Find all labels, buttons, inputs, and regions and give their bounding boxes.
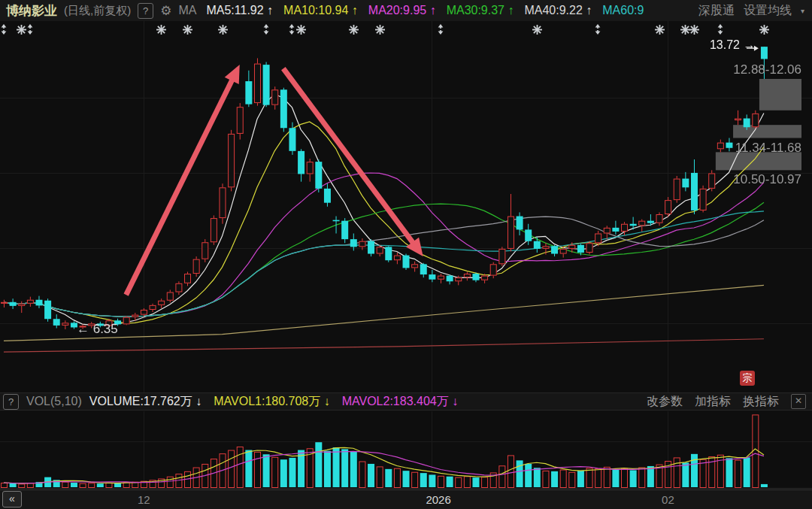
dividend-star-icon bbox=[183, 24, 192, 38]
ma-group-label: MA bbox=[178, 4, 196, 17]
volume-header-bar: ? VOL(5,10) VOLUME:17.762万 ↓MAVOL1:180.7… bbox=[0, 392, 812, 411]
ma-settings-button[interactable]: 设置均线 bbox=[744, 3, 792, 19]
updown-arrows-icon bbox=[436, 24, 445, 38]
tool-加指标[interactable]: 加指标 bbox=[695, 394, 731, 410]
stock-name: 博纳影业 bbox=[6, 2, 57, 20]
volume-legend-item: MAVOL2:183.404万 ↓ bbox=[342, 394, 458, 410]
close-indicator-icon[interactable]: ✕ bbox=[791, 394, 806, 409]
collapse-panel-button[interactable]: « bbox=[2, 491, 22, 507]
dividend-star-icon bbox=[759, 24, 769, 38]
dividend-star-icon bbox=[296, 24, 306, 38]
dividend-star-icon bbox=[156, 24, 166, 38]
dividend-star-icon bbox=[655, 24, 665, 38]
zong-event-badge[interactable]: 宗 bbox=[740, 371, 755, 386]
high-price-annotation: 13.72 → bbox=[710, 38, 755, 52]
ma-legend-item: MA30:9.37 ↑ bbox=[447, 4, 514, 17]
gap-zone-label: 10.50-10.97 bbox=[733, 172, 801, 187]
volume-canvas[interactable] bbox=[0, 411, 812, 489]
volume-legend: VOLUME:17.762万 ↓MAVOL1:180.708万 ↓MAVOL2:… bbox=[89, 394, 458, 410]
updown-arrows-icon bbox=[0, 24, 8, 38]
ma-legend-item: MA60:9 bbox=[602, 4, 644, 17]
tool-换指标[interactable]: 换指标 bbox=[743, 394, 779, 410]
updown-arrows-icon bbox=[287, 24, 296, 38]
volume-legend-item: MAVOL1:180.708万 ↓ bbox=[214, 394, 329, 410]
dividend-star-icon bbox=[375, 24, 385, 38]
axis-tick-label: 12 bbox=[138, 493, 150, 506]
ma-legend-item: MA40:9.22 ↑ bbox=[524, 4, 592, 17]
chevron-down-icon[interactable]: ▾ bbox=[801, 7, 804, 15]
axis-tick-label: 02 bbox=[662, 493, 674, 506]
help-icon[interactable]: ? bbox=[138, 3, 153, 19]
main-chart-pane[interactable] bbox=[0, 21, 812, 392]
ma-legend-item: MA20:9.95 ↑ bbox=[368, 4, 436, 17]
updown-arrows-icon bbox=[716, 24, 725, 38]
gap-zone-label: 12.88-12.06 bbox=[733, 62, 801, 77]
dividend-star-icon bbox=[349, 24, 359, 38]
updown-arrows-icon bbox=[593, 24, 602, 38]
time-axis-bar bbox=[0, 489, 812, 509]
tool-改参数[interactable]: 改参数 bbox=[647, 394, 683, 410]
ma-legend: MA5:11.92 ↑MA10:10.94 ↑MA20:9.95 ↑MA30:9… bbox=[206, 4, 644, 17]
volume-indicator-label: VOL(5,10) bbox=[26, 395, 82, 408]
event-marker-row bbox=[0, 24, 812, 36]
dividend-star-icon bbox=[532, 24, 542, 38]
volume-pane[interactable] bbox=[0, 411, 812, 489]
gear-icon[interactable]: ⚙ bbox=[160, 3, 171, 19]
ma-legend-item: MA10:10.94 ↑ bbox=[283, 4, 358, 17]
market-tag: 深股通 bbox=[698, 3, 735, 19]
chart-header-bar: 博纳影业 (日线,前复权) ? ⚙ MA MA5:11.92 ↑MA10:10.… bbox=[0, 0, 812, 21]
volume-legend-item: VOLUME:17.762万 ↓ bbox=[89, 394, 201, 410]
period-label: (日线,前复权) bbox=[64, 4, 131, 18]
dividend-star-icon bbox=[218, 24, 228, 38]
updown-arrows-icon bbox=[262, 24, 271, 38]
updown-arrows-icon bbox=[26, 24, 35, 38]
gap-zone-label: 11.34-11.68 bbox=[735, 141, 801, 156]
dividend-star-icon bbox=[689, 24, 699, 38]
candlestick-canvas[interactable] bbox=[0, 21, 812, 392]
low-price-annotation: ← 6.35 bbox=[77, 322, 118, 337]
ma-legend-item: MA5:11.92 ↑ bbox=[206, 4, 273, 17]
indicator-tools: 改参数加指标换指标✕ bbox=[647, 394, 812, 410]
axis-tick-label: 2026 bbox=[426, 493, 450, 506]
help-icon[interactable]: ? bbox=[3, 394, 19, 410]
